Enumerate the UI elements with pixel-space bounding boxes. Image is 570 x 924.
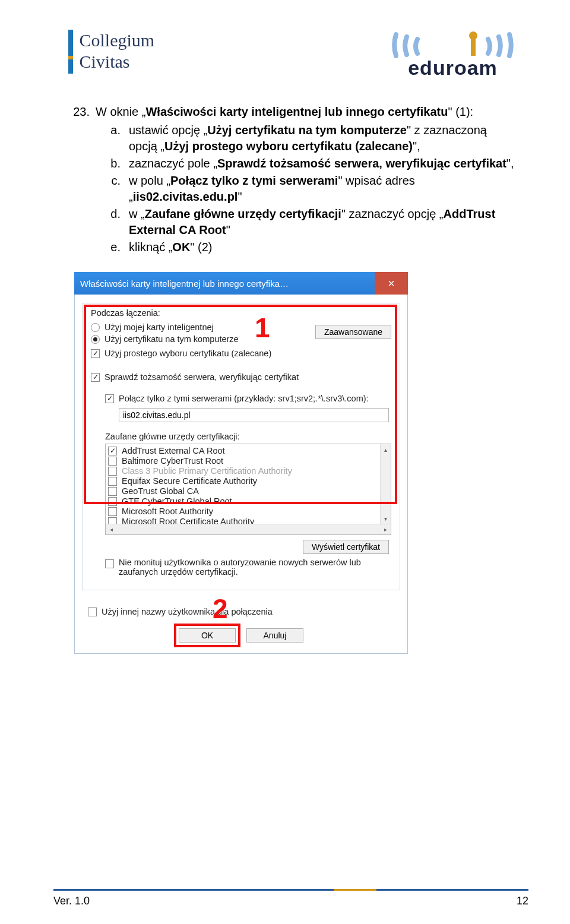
checkbox-icon — [91, 349, 100, 358]
sub-letter: c. — [96, 173, 129, 205]
footer-page-number: 12 — [517, 895, 528, 907]
ca-item-label: Equifax Secure Certificate Authority — [122, 476, 257, 486]
scroll-up-icon[interactable]: ▴ — [381, 444, 391, 455]
checkbox-icon — [108, 447, 117, 455]
server-name-input[interactable] — [119, 408, 389, 422]
view-cert-button[interactable]: Wyświetl certyfikat — [303, 540, 389, 554]
radio-smartcard-row[interactable]: Użyj mojej karty inteligentnej — [91, 322, 315, 332]
step-number: 23. — [68, 104, 96, 257]
footer-version: Ver. 1.0 — [53, 895, 90, 907]
checkbox-icon — [108, 477, 117, 486]
verify-identity-checkbox[interactable]: Sprawdź tożsamość serwera, weryfikując c… — [91, 372, 391, 382]
ca-item-label: GeoTrust Global CA — [122, 486, 199, 496]
ca-item-label: Class 3 Public Primary Certification Aut… — [122, 466, 292, 476]
ca-item[interactable]: GTE CyberTrust Global Root — [108, 496, 388, 506]
close-button[interactable]: × — [375, 272, 408, 295]
ca-item[interactable]: Baltimore CyberTrust Root — [108, 456, 388, 466]
ca-item-label: AddTrust External CA Root — [122, 446, 225, 455]
connect-servers-label: Połącz tylko z tymi serwerami (przykłady… — [119, 394, 369, 403]
scroll-right-icon[interactable]: ▸ — [380, 524, 391, 534]
radio-icon — [91, 335, 100, 344]
sub-text: kliknąć „OK" (2) — [129, 239, 517, 255]
title-pre: W oknie „ — [96, 105, 145, 118]
checkbox-icon — [88, 607, 97, 616]
collegium-civitas-logo: Collegium Civitas — [68, 30, 154, 74]
group-label: Podczas łączenia: — [91, 308, 391, 318]
ca-item[interactable]: Class 3 Public Primary Certification Aut… — [108, 466, 388, 476]
checkbox-icon — [108, 497, 117, 506]
sub-letter: d. — [96, 206, 129, 238]
close-icon: × — [388, 277, 395, 290]
ca-list[interactable]: AddTrust External CA RootBaltimore Cyber… — [105, 444, 391, 535]
checkbox-icon — [108, 467, 117, 476]
ca-item-label: Baltimore CyberTrust Root — [122, 456, 223, 466]
svg-rect-1 — [471, 38, 476, 56]
scroll-left-icon[interactable]: ◂ — [106, 524, 116, 534]
advanced-button[interactable]: Zaawansowane — [315, 325, 391, 339]
titlebar[interactable]: Właściwości karty inteligentnej lub inne… — [74, 272, 408, 295]
no-prompt-checkbox[interactable]: Nie monituj użytkownika o autoryzowanie … — [105, 558, 391, 577]
ca-item[interactable]: Microsoft Root Authority — [108, 507, 388, 516]
checkbox-icon — [108, 507, 117, 516]
different-username-checkbox[interactable]: Użyj innej nazwy użytkownika dla połącze… — [75, 607, 407, 616]
simple-cert-checkbox[interactable]: Użyj prostego wyboru certyfikatu (zaleca… — [91, 349, 391, 358]
scroll-down-icon[interactable]: ▾ — [381, 513, 391, 524]
ca-item-label: GTE CyberTrust Global Root — [122, 496, 232, 506]
checkbox-icon — [108, 487, 117, 496]
horizontal-scrollbar[interactable]: ◂ ▸ — [106, 524, 391, 534]
sub-text: zaznaczyć pole „Sprawdź tożsamość serwer… — [129, 156, 517, 172]
logo-line1: Collegium — [79, 30, 154, 50]
title-bold: Właściwości karty inteligentnej lub inne… — [145, 105, 448, 118]
footer-divider — [53, 889, 528, 891]
checkbox-icon — [105, 559, 114, 568]
dialog-window: Właściwości karty inteligentnej lub inne… — [74, 272, 408, 654]
ca-item[interactable]: AddTrust External CA Root — [108, 446, 388, 455]
eduroam-text: eduroam — [389, 56, 517, 80]
different-username-label: Użyj innej nazwy użytkownika dla połącze… — [102, 607, 273, 616]
vertical-scrollbar[interactable]: ▴ ▾ — [380, 444, 391, 524]
sub-letter: e. — [96, 239, 129, 255]
window-title: Właściwości karty inteligentnej lub inne… — [80, 279, 289, 289]
sub-text: ustawić opcję „Użyj certyfikatu na tym k… — [129, 122, 517, 154]
title-post: " (1): — [448, 105, 473, 118]
instruction-block: 23. W oknie „Właściwości karty inteligen… — [68, 104, 517, 257]
wifi-icon — [389, 30, 517, 56]
ca-list-label: Zaufane główne urzędy certyfikacji: — [105, 432, 391, 441]
checkbox-icon — [105, 394, 114, 403]
ca-item[interactable]: GeoTrust Global CA — [108, 486, 388, 496]
radio-thiscomputer-row[interactable]: Użyj certyfikatu na tym komputerze — [91, 334, 315, 344]
cancel-button[interactable]: Anuluj — [246, 628, 303, 643]
sub-letter: a. — [96, 122, 129, 154]
ok-button[interactable]: OK — [179, 628, 236, 643]
checkbox-icon — [91, 373, 100, 382]
radio-thiscomputer-label: Użyj certyfikatu na tym komputerze — [104, 334, 239, 344]
radio-icon — [91, 323, 100, 332]
simple-cert-label: Użyj prostego wyboru certyfikatu (zaleca… — [104, 349, 271, 358]
sub-text: w polu „Połącz tylko z tymi serwerami" w… — [129, 173, 517, 205]
checkbox-icon — [108, 457, 117, 466]
logo-line2: Civitas — [79, 52, 129, 71]
sub-text: w „Zaufane główne urzędy certyfikacji" z… — [129, 206, 517, 238]
header: Collegium Civitas — [68, 30, 517, 86]
eduroam-logo: eduroam — [389, 30, 517, 80]
no-prompt-label: Nie monituj użytkownika o autoryzowanie … — [119, 558, 361, 577]
logo-bar-icon — [68, 30, 73, 74]
radio-smartcard-label: Użyj mojej karty inteligentnej — [104, 322, 214, 332]
sub-letter: b. — [96, 156, 129, 172]
verify-identity-label: Sprawdź tożsamość serwera, weryfikując c… — [104, 372, 299, 382]
connect-servers-checkbox[interactable]: Połącz tylko z tymi serwerami (przykłady… — [105, 394, 391, 403]
ca-item[interactable]: Equifax Secure Certificate Authority — [108, 476, 388, 486]
ca-item-label: Microsoft Root Authority — [122, 507, 213, 516]
